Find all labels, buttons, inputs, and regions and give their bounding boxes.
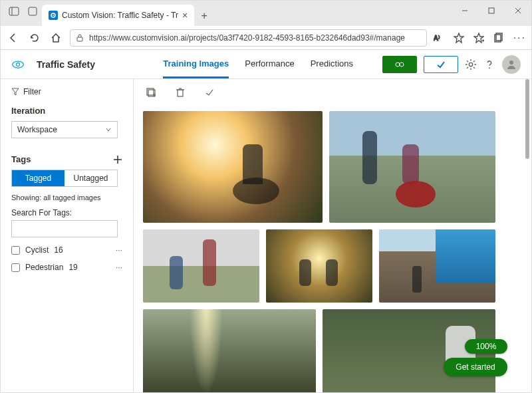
add-images-icon[interactable] [146, 87, 156, 98]
more-icon[interactable]: ··· [513, 32, 526, 44]
star-icon[interactable] [454, 33, 464, 43]
close-icon[interactable]: × [182, 10, 188, 21]
tag-filter-toggle: Tagged Untagged [11, 170, 118, 187]
refresh-button[interactable] [27, 31, 42, 45]
svg-marker-12 [474, 33, 483, 43]
svg-point-19 [396, 63, 400, 66]
app-header: Traffic Safety Training Images Performan… [1, 50, 531, 79]
svg-point-18 [17, 63, 20, 66]
home-button[interactable] [49, 31, 63, 45]
tag-more-icon[interactable]: ··· [116, 263, 122, 272]
tag-more-icon[interactable]: ··· [116, 245, 122, 255]
settings-icon[interactable] [465, 59, 477, 70]
tag-checkbox[interactable] [11, 263, 20, 272]
browser-address-bar: https://www.customvision.ai/projects/0a3… [1, 26, 531, 50]
help-icon[interactable] [483, 59, 495, 70]
training-image[interactable] [143, 309, 316, 393]
read-aloud-icon[interactable]: A⁾ [434, 33, 444, 43]
image-gallery [143, 111, 518, 393]
tab-favicon [49, 11, 58, 20]
window-close[interactable] [505, 1, 531, 21]
tags-label: Tags [11, 154, 31, 164]
iteration-select[interactable]: Workspace [11, 121, 118, 138]
training-image[interactable] [266, 229, 372, 303]
collections-icon[interactable] [493, 33, 504, 43]
tag-name: Pedestrian [25, 263, 63, 272]
filter-sidebar: Filter Iteration Workspace Tags Tagged U… [1, 79, 134, 393]
url-text: https://www.customvision.ai/projects/0a3… [89, 33, 405, 43]
back-button[interactable] [6, 31, 21, 45]
svg-rect-31 [178, 90, 183, 96]
scrollbar-thumb[interactable] [525, 79, 529, 159]
tab-performance[interactable]: Performance [245, 51, 294, 78]
tag-row-cyclist[interactable]: Cyclist 16 ··· [11, 245, 122, 255]
custom-vision-logo [11, 58, 25, 71]
svg-rect-9 [77, 37, 82, 41]
iteration-label: Iteration [11, 106, 122, 116]
window-minimize[interactable] [452, 1, 478, 21]
select-all-icon[interactable] [204, 87, 215, 98]
toggle-untagged[interactable]: Untagged [65, 170, 117, 186]
get-started-button[interactable]: Get started [444, 358, 507, 376]
svg-rect-0 [9, 7, 19, 15]
favorites-icon[interactable] [473, 33, 484, 43]
user-avatar[interactable] [502, 55, 521, 74]
svg-marker-24 [12, 88, 19, 95]
filter-icon [11, 88, 19, 96]
tab-training-images[interactable]: Training Images [163, 51, 229, 78]
upload-progress-pill: 100% [465, 339, 507, 354]
svg-point-21 [469, 63, 472, 66]
url-input[interactable]: https://www.customvision.ai/projects/0a3… [70, 29, 427, 47]
vertical-scrollbar[interactable] [523, 79, 530, 393]
tab-title: Custom Vision: Traffic Safety - Tr [62, 11, 178, 20]
browser-titlebar: Custom Vision: Traffic Safety - Tr × + [1, 1, 531, 26]
search-tags-label: Search For Tags: [11, 208, 122, 217]
training-image[interactable] [143, 111, 323, 223]
tag-count: 19 [68, 263, 77, 272]
chevron-down-icon [105, 126, 112, 133]
new-tab-button[interactable]: + [194, 6, 214, 26]
browser-tab[interactable]: Custom Vision: Traffic Safety - Tr × [42, 5, 194, 26]
training-image[interactable] [329, 111, 495, 223]
gallery-toolbar [143, 87, 518, 98]
workspaces-icon[interactable] [27, 6, 38, 17]
project-title: Traffic Safety [37, 59, 95, 70]
sidebar-panel-icon[interactable] [9, 6, 19, 17]
lock-icon [76, 34, 84, 42]
tag-row-pedestrian[interactable]: Pedestrian 19 ··· [11, 263, 122, 272]
add-tag-icon[interactable] [113, 155, 122, 164]
toggle-tagged[interactable]: Tagged [12, 170, 65, 186]
delete-icon[interactable] [175, 87, 186, 98]
svg-point-20 [400, 63, 404, 66]
showing-text: Showing: all tagged images [11, 194, 122, 201]
svg-rect-2 [29, 7, 37, 15]
training-image[interactable] [143, 229, 259, 303]
svg-marker-11 [454, 33, 464, 43]
quick-test-button[interactable] [424, 56, 458, 73]
svg-point-17 [13, 61, 24, 68]
svg-point-23 [509, 61, 513, 65]
tab-predictions[interactable]: Predictions [311, 51, 353, 78]
train-button[interactable] [382, 56, 417, 73]
svg-point-4 [53, 15, 54, 16]
tag-name: Cyclist [25, 245, 49, 255]
window-maximize[interactable] [478, 1, 505, 21]
tag-checkbox[interactable] [11, 246, 20, 255]
training-image[interactable] [379, 229, 495, 303]
search-tags-input[interactable] [11, 220, 118, 237]
filter-label: Filter [23, 87, 41, 96]
svg-rect-6 [489, 8, 494, 13]
image-gallery-panel: 100% Get started [134, 79, 531, 393]
svg-text:A⁾: A⁾ [434, 35, 440, 42]
svg-point-22 [489, 67, 490, 68]
iteration-value: Workspace [17, 125, 57, 134]
tag-count: 16 [54, 245, 63, 255]
